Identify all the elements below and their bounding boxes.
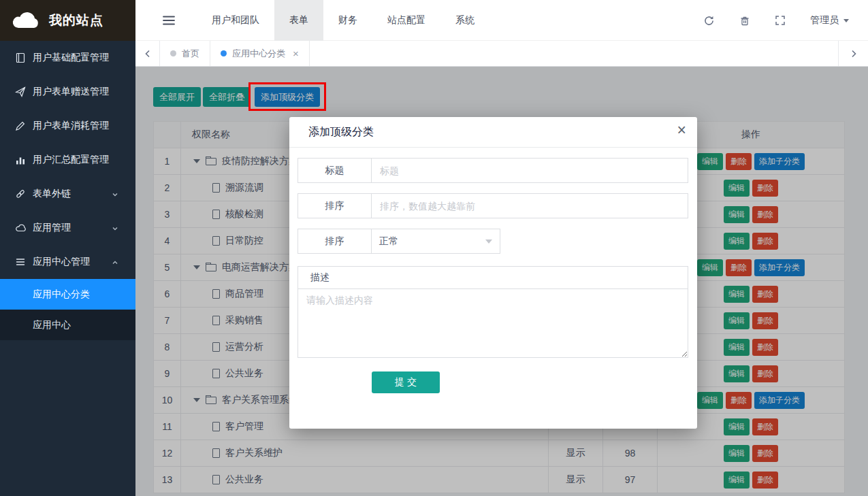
modal-title: 添加顶级分类	[308, 125, 374, 139]
add-top-category-modal: 添加顶级分类 × 标题 排序 排序 正常	[289, 117, 697, 429]
book-icon	[15, 52, 26, 63]
tabs-scroll-right-icon[interactable]	[838, 41, 868, 66]
sidebar: 用户基础配置管理 用户表单赠送管理 用户表单消耗管理 用户汇总配置管理 表单外链	[0, 41, 135, 496]
chevron-down-icon	[111, 224, 126, 235]
cloud-logo-icon	[11, 11, 42, 30]
tab-dot-icon	[221, 50, 227, 56]
nav-item-system[interactable]: 系统	[440, 0, 489, 41]
page: 我的站点 用户和团队 表单 财务 站点配置 系统	[0, 0, 868, 496]
nav-item-finance[interactable]: 财务	[323, 0, 372, 41]
sidebar-item-app-center[interactable]: 应用中心	[0, 310, 135, 340]
description-label: 描述	[298, 267, 688, 289]
collapse-sidebar-icon[interactable]	[163, 15, 175, 29]
sidebar-item-form-consume[interactable]: 用户表单消耗管理	[0, 109, 135, 143]
tags-nav-bar: 首页 应用中心分类 ×	[135, 41, 868, 67]
fullscreen-icon[interactable]	[775, 15, 786, 26]
sidebar-submenu: 应用中心分类 应用中心	[0, 279, 135, 340]
sidebar-item-label: 用户表单赠送管理	[33, 86, 109, 98]
click-annotation-box	[248, 82, 326, 111]
bar-chart-icon	[15, 154, 26, 165]
link-icon	[15, 188, 26, 199]
sidebar-item-user-base-config[interactable]: 用户基础配置管理	[0, 41, 135, 75]
status-field-label: 排序	[298, 229, 371, 254]
pen-icon	[15, 120, 26, 131]
header-actions: 管理员	[703, 0, 849, 41]
sidebar-item-label: 表单外链	[33, 188, 71, 200]
sidebar-item-app-center-management[interactable]: 应用中心管理	[0, 245, 135, 279]
nav-item-forms[interactable]: 表单	[274, 0, 323, 41]
chevron-down-icon	[485, 239, 492, 247]
user-name: 管理员	[810, 14, 839, 27]
sidebar-item-form-external-link[interactable]: 表单外链	[0, 177, 135, 211]
title-field-label: 标题	[298, 158, 371, 183]
send-icon	[15, 86, 26, 97]
close-icon[interactable]: ×	[677, 122, 686, 138]
user-menu[interactable]: 管理员	[810, 14, 849, 27]
tab-close-icon[interactable]: ×	[293, 48, 299, 59]
chevron-up-icon	[111, 258, 126, 269]
site-logo[interactable]: 我的站点	[0, 0, 135, 41]
sidebar-item-label: 应用中心管理	[33, 256, 90, 268]
modal-header: 添加顶级分类 ×	[289, 117, 697, 148]
sidebar-item-app-center-category[interactable]: 应用中心分类	[0, 279, 135, 310]
sidebar-item-label: 用户汇总配置管理	[33, 154, 109, 166]
sidebar-item-user-summary[interactable]: 用户汇总配置管理	[0, 143, 135, 177]
main-content: 全部展开 全部折叠 添加顶级分类 权限名称 操作 1疫情防控	[135, 67, 868, 496]
open-tabs: 首页 应用中心分类 ×	[160, 41, 310, 66]
tab-home[interactable]: 首页	[160, 41, 210, 66]
tab-dot-icon	[170, 50, 176, 56]
sidebar-item-form-gift[interactable]: 用户表单赠送管理	[0, 75, 135, 109]
tab-app-center-category[interactable]: 应用中心分类 ×	[210, 41, 310, 66]
tab-current-label: 应用中心分类	[232, 48, 285, 60]
sort-input[interactable]	[371, 193, 688, 218]
modal-body: 标题 排序 排序 正常 描述 提 交	[289, 148, 697, 393]
top-nav-list: 用户和团队 表单 财务 站点配置 系统	[197, 0, 489, 41]
sidebar-item-label: 用户基础配置管理	[33, 52, 109, 64]
status-select[interactable]: 正常	[371, 229, 500, 254]
sidebar-item-app-management[interactable]: 应用管理	[0, 211, 135, 245]
chevron-down-icon	[111, 190, 126, 201]
site-name: 我的站点	[49, 12, 103, 29]
nav-item-site-config[interactable]: 站点配置	[372, 0, 440, 41]
refresh-icon[interactable]	[703, 15, 715, 27]
description-textarea[interactable]	[298, 289, 688, 357]
sort-field-label: 排序	[298, 193, 371, 218]
tab-home-label: 首页	[182, 48, 199, 60]
description-group: 描述	[298, 266, 688, 358]
menu-list-icon	[15, 257, 26, 267]
nav-item-users-teams[interactable]: 用户和团队	[197, 0, 274, 41]
status-select-value: 正常	[379, 235, 398, 248]
top-nav: 用户和团队 表单 财务 站点配置 系统	[135, 0, 868, 41]
sidebar-item-label: 应用管理	[33, 222, 71, 234]
trash-icon[interactable]	[739, 15, 750, 27]
submit-button[interactable]: 提 交	[372, 371, 440, 393]
cloud-icon	[15, 222, 26, 233]
title-input[interactable]	[371, 158, 688, 183]
sidebar-item-label: 用户表单消耗管理	[33, 120, 109, 132]
tabs-scroll-left-icon[interactable]	[135, 41, 160, 66]
chevron-down-icon	[843, 19, 849, 25]
